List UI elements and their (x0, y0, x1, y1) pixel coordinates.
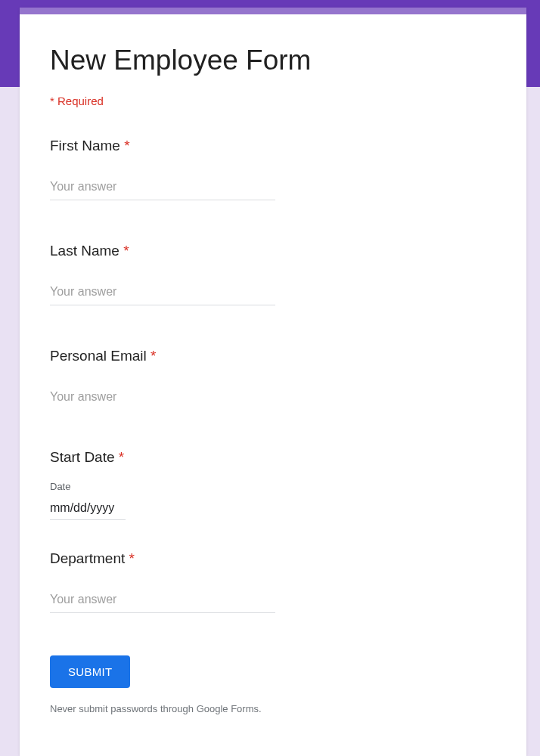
personal-email-input[interactable] (50, 387, 275, 410)
last-name-label-text: Last Name (50, 243, 123, 259)
required-asterisk: * (129, 550, 135, 566)
required-asterisk: * (123, 243, 129, 259)
date-sublabel: Date (50, 481, 496, 492)
first-name-group: First Name * (50, 138, 496, 200)
last-name-label: Last Name * (50, 243, 496, 259)
last-name-group: Last Name * (50, 243, 496, 305)
first-name-label-text: First Name (50, 138, 124, 153)
submit-button[interactable]: SUBMIT (50, 655, 130, 688)
required-note: * Required (50, 94, 496, 107)
start-date-input[interactable] (50, 500, 126, 520)
start-date-label: Start Date * (50, 449, 496, 466)
first-name-input[interactable] (50, 177, 275, 200)
personal-email-label-text: Personal Email (50, 348, 151, 364)
start-date-label-text: Start Date (50, 449, 119, 465)
start-date-group: Start Date * Date (50, 449, 496, 520)
department-label-text: Department (50, 550, 129, 566)
personal-email-label: Personal Email * (50, 348, 496, 364)
disclaimer-text: Never submit passwords through Google Fo… (50, 703, 496, 714)
required-asterisk: * (119, 449, 124, 465)
personal-email-group: Personal Email * (50, 348, 496, 410)
required-asterisk: * (151, 348, 156, 364)
department-label: Department * (50, 550, 496, 567)
department-group: Department * (50, 550, 496, 613)
form-card: New Employee Form * Required First Name … (20, 8, 526, 756)
department-input[interactable] (50, 590, 275, 613)
last-name-input[interactable] (50, 282, 275, 305)
required-asterisk: * (124, 138, 129, 153)
first-name-label: First Name * (50, 138, 496, 154)
form-title: New Employee Form (50, 45, 496, 76)
